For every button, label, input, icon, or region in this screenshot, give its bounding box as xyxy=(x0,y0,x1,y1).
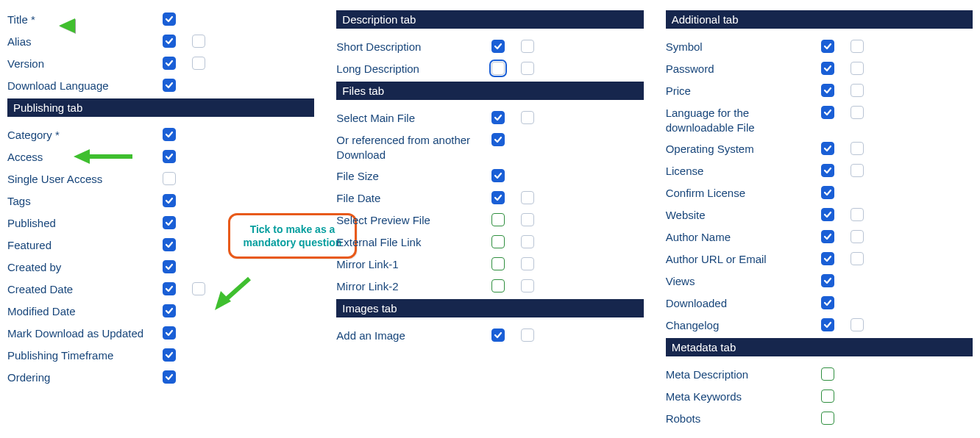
field-row: Author Name xyxy=(666,226,973,248)
checkbox[interactable] xyxy=(163,150,176,163)
checkbox[interactable] xyxy=(163,57,176,70)
field-label: Author Name xyxy=(666,230,813,245)
field-row: Select Main File xyxy=(336,107,643,129)
field-label: Ordering xyxy=(7,370,155,385)
checkbox[interactable] xyxy=(521,111,534,124)
checkbox[interactable] xyxy=(163,79,176,92)
field-row: Password xyxy=(666,58,973,80)
header-metadata: Metadata tab xyxy=(666,338,973,356)
checkbox[interactable] xyxy=(192,57,205,70)
checkbox[interactable] xyxy=(821,412,834,425)
checkbox[interactable] xyxy=(491,328,505,342)
checkbox[interactable] xyxy=(163,12,176,26)
checkbox[interactable] xyxy=(163,370,176,384)
checkbox[interactable] xyxy=(491,133,505,146)
checkbox[interactable] xyxy=(821,274,834,287)
checkbox[interactable] xyxy=(192,35,205,48)
field-row: Ordering xyxy=(7,367,314,389)
checkbox[interactable] xyxy=(851,106,864,119)
checkbox[interactable] xyxy=(163,326,176,340)
field-row: Category * xyxy=(7,124,314,146)
field-label: Created by xyxy=(7,260,155,275)
checkbox[interactable] xyxy=(521,40,534,53)
checkbox[interactable] xyxy=(821,62,834,75)
field-row: Download Language xyxy=(7,75,314,97)
column-3: Additional tab SymbolPasswordPriceLangua… xyxy=(666,9,973,430)
checkbox[interactable] xyxy=(163,128,176,141)
field-row: Access xyxy=(7,146,314,168)
field-row: Downloaded xyxy=(666,292,973,315)
field-row: Robots xyxy=(666,408,973,430)
checkbox[interactable] xyxy=(821,389,834,403)
checkbox[interactable] xyxy=(521,213,534,226)
field-row: Mirror Link-2 xyxy=(336,276,643,298)
field-label: Single User Access xyxy=(7,172,155,187)
checkbox[interactable] xyxy=(163,260,176,273)
checkbox[interactable] xyxy=(821,142,834,155)
checkbox[interactable] xyxy=(163,172,176,185)
field-row: File Size xyxy=(336,165,643,187)
checkbox[interactable] xyxy=(821,84,834,97)
field-label: Alias xyxy=(7,35,155,49)
field-label: Mirror Link-1 xyxy=(336,257,483,272)
checkbox[interactable] xyxy=(521,235,534,248)
field-label: Download Language xyxy=(7,79,155,93)
checkbox[interactable] xyxy=(851,164,864,177)
checkbox[interactable] xyxy=(192,282,205,295)
checkbox[interactable] xyxy=(163,282,176,295)
checkbox[interactable] xyxy=(851,230,864,243)
checkbox[interactable] xyxy=(521,279,534,292)
checkbox[interactable] xyxy=(491,257,505,270)
checkbox[interactable] xyxy=(821,367,834,381)
header-additional: Additional tab xyxy=(666,10,973,29)
checkbox[interactable] xyxy=(851,252,864,265)
field-label: Version xyxy=(7,57,155,71)
checkbox[interactable] xyxy=(163,348,176,362)
field-label: Author URL or Email xyxy=(666,252,813,267)
field-label: Published xyxy=(7,216,155,231)
checkbox[interactable] xyxy=(821,296,834,309)
checkbox[interactable] xyxy=(491,169,505,182)
checkbox[interactable] xyxy=(851,40,864,53)
checkbox[interactable] xyxy=(851,318,864,331)
checkbox[interactable] xyxy=(163,304,176,317)
checkbox[interactable] xyxy=(521,191,534,204)
checkbox[interactable] xyxy=(821,40,834,53)
field-row: Changelog xyxy=(666,315,973,337)
checkbox[interactable] xyxy=(491,213,505,226)
field-label: Category * xyxy=(7,128,155,143)
field-row: Meta Description xyxy=(666,364,973,386)
checkbox[interactable] xyxy=(821,318,834,331)
field-label: Select Preview File xyxy=(336,213,483,228)
checkbox[interactable] xyxy=(821,106,834,119)
checkbox[interactable] xyxy=(163,35,176,48)
checkbox[interactable] xyxy=(491,62,505,75)
field-label: License xyxy=(666,164,813,179)
checkbox[interactable] xyxy=(821,252,834,265)
checkbox[interactable] xyxy=(491,191,505,204)
checkbox[interactable] xyxy=(491,111,505,124)
checkbox[interactable] xyxy=(163,216,176,229)
checkbox[interactable] xyxy=(491,235,505,248)
checkbox[interactable] xyxy=(851,208,864,221)
checkbox[interactable] xyxy=(821,164,834,177)
checkbox[interactable] xyxy=(521,328,534,342)
checkbox[interactable] xyxy=(821,208,834,221)
checkbox[interactable] xyxy=(521,62,534,75)
field-row: Single User Access xyxy=(7,168,314,190)
checkbox[interactable] xyxy=(491,279,505,292)
checkbox[interactable] xyxy=(851,62,864,75)
field-label: External File Link xyxy=(336,235,483,250)
checkbox[interactable] xyxy=(163,238,176,251)
checkbox[interactable] xyxy=(821,186,834,199)
checkbox[interactable] xyxy=(491,40,505,53)
field-label: Operating System xyxy=(666,142,813,157)
checkbox[interactable] xyxy=(821,230,834,243)
field-row: Or referenced from another Download xyxy=(336,129,643,165)
checkbox[interactable] xyxy=(851,84,864,97)
checkbox[interactable] xyxy=(521,257,534,270)
checkbox[interactable] xyxy=(163,194,176,207)
header-files: Files tab xyxy=(336,82,643,100)
field-row: Alias xyxy=(7,31,314,53)
checkbox[interactable] xyxy=(851,142,864,155)
